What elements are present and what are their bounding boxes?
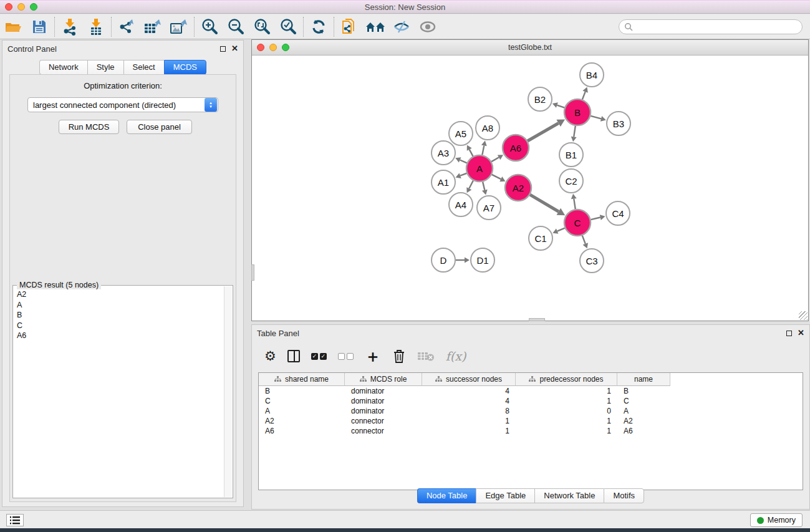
- select-all-icon[interactable]: ✓✓: [311, 353, 327, 360]
- table-cell[interactable]: A6: [259, 427, 345, 435]
- table-row[interactable]: A6connector11A6: [259, 426, 803, 436]
- first-neighbors-button[interactable]: [362, 16, 388, 38]
- zoom-out-button[interactable]: [223, 16, 249, 38]
- node-table[interactable]: shared nameMCDS rolesuccessor nodesprede…: [258, 372, 803, 490]
- mcds-result-list[interactable]: A2ABCA6: [13, 289, 223, 495]
- edge-C-C4[interactable]: [591, 218, 600, 220]
- float-panel-icon[interactable]: [786, 331, 792, 336]
- open-session-button[interactable]: [0, 16, 26, 38]
- table-settings-icon[interactable]: ⚙: [264, 349, 276, 363]
- network-canvas[interactable]: AA1A2A3A4A5A6A7A8BB1B2B3B4CC1C2C3C4DD1: [252, 56, 808, 321]
- export-table-button[interactable]: [140, 16, 166, 38]
- table-cell[interactable]: A: [617, 407, 670, 415]
- add-column-icon[interactable]: ＋: [365, 350, 381, 362]
- table-cell[interactable]: 0: [516, 407, 617, 415]
- table-cell[interactable]: dominator: [345, 407, 422, 415]
- column-header-predecessor-nodes[interactable]: predecessor nodes: [516, 373, 617, 386]
- close-panel-button[interactable]: Close panel: [127, 120, 192, 134]
- result-item[interactable]: A6: [13, 331, 223, 341]
- edge-A2-C[interactable]: [530, 195, 559, 211]
- tab-node-table[interactable]: Node Table: [417, 488, 476, 503]
- edge-A6-B[interactable]: [528, 123, 559, 141]
- minimize-window-icon[interactable]: [17, 3, 25, 11]
- search-input[interactable]: [634, 21, 802, 33]
- splitter-handle[interactable]: [251, 264, 254, 281]
- network-close-icon[interactable]: [257, 44, 264, 51]
- table-cell[interactable]: B: [617, 387, 670, 395]
- tab-network[interactable]: Network: [39, 60, 87, 75]
- edge-A-A3[interactable]: [460, 160, 467, 163]
- refresh-button[interactable]: [306, 16, 332, 38]
- table-cell[interactable]: dominator: [345, 397, 422, 405]
- table-cell[interactable]: B: [259, 387, 345, 395]
- edge-A-A7[interactable]: [483, 181, 485, 190]
- delete-column-trash-icon[interactable]: [392, 349, 406, 364]
- edge-A-A1[interactable]: [460, 173, 466, 176]
- table-row[interactable]: Cdominator41C: [259, 396, 803, 406]
- close-panel-icon[interactable]: ✕: [231, 45, 238, 52]
- table-cell[interactable]: A6: [617, 427, 670, 435]
- zoom-selected-button[interactable]: [275, 16, 301, 38]
- edge-A-A4[interactable]: [469, 181, 473, 189]
- zoom-in-button[interactable]: [196, 16, 223, 38]
- splitter-handle[interactable]: [529, 318, 545, 321]
- edge-B-B2[interactable]: [557, 105, 564, 108]
- column-header-successor-nodes[interactable]: successor nodes: [422, 373, 516, 386]
- run-mcds-button[interactable]: Run MCDS: [59, 120, 119, 134]
- zoom-window-icon[interactable]: [30, 3, 37, 11]
- table-cell[interactable]: 1: [516, 417, 617, 425]
- memory-button[interactable]: Memory: [750, 513, 803, 527]
- table-cell[interactable]: connector: [345, 417, 422, 425]
- edge-C-C1[interactable]: [557, 228, 565, 231]
- result-item[interactable]: A: [13, 300, 223, 311]
- edge-C-C3[interactable]: [582, 236, 586, 244]
- table-cell[interactable]: C: [617, 397, 670, 405]
- edge-A-A2[interactable]: [492, 175, 501, 179]
- table-cell[interactable]: dominator: [345, 387, 422, 395]
- table-cell[interactable]: A2: [259, 417, 345, 425]
- result-scrollbar[interactable]: [224, 286, 232, 497]
- edge-A-A5[interactable]: [470, 150, 473, 157]
- edge-B-B3[interactable]: [591, 116, 601, 119]
- result-item[interactable]: B: [13, 310, 223, 321]
- table-row[interactable]: A2connector11A2: [259, 416, 803, 426]
- criterion-dropdown[interactable]: largest connected component (directed) ▲…: [27, 97, 218, 112]
- export-network-button[interactable]: [113, 16, 140, 38]
- table-cell[interactable]: 1: [422, 417, 516, 425]
- table-cell[interactable]: A2: [617, 417, 670, 425]
- network-minimize-icon[interactable]: [269, 44, 277, 51]
- hide-selected-button[interactable]: [388, 16, 415, 38]
- table-row[interactable]: Adominator80A: [259, 406, 803, 416]
- edge-C-C2[interactable]: [574, 199, 575, 210]
- table-cell[interactable]: 4: [422, 397, 516, 405]
- edge-B-B1[interactable]: [574, 126, 576, 137]
- table-cell[interactable]: 1: [422, 427, 516, 435]
- column-header-name[interactable]: name: [617, 373, 670, 386]
- resize-grip-icon[interactable]: [799, 311, 808, 320]
- result-item[interactable]: C: [13, 321, 223, 331]
- tab-motifs[interactable]: Motifs: [604, 488, 644, 503]
- close-window-icon[interactable]: [5, 3, 12, 11]
- new-network-from-selection-button[interactable]: [336, 16, 362, 38]
- edge-A-A6[interactable]: [491, 157, 499, 162]
- task-history-button[interactable]: [6, 514, 24, 526]
- fit-content-button[interactable]: [249, 16, 275, 38]
- float-panel-icon[interactable]: [220, 46, 226, 52]
- table-row[interactable]: Bdominator41B: [259, 386, 803, 396]
- table-cell[interactable]: 4: [422, 387, 516, 395]
- network-window-titlebar[interactable]: testGlobe.txt: [252, 40, 808, 56]
- table-cell[interactable]: 1: [516, 427, 617, 435]
- column-header-MCDS-role[interactable]: MCDS role: [345, 373, 422, 386]
- export-image-button[interactable]: [166, 16, 192, 38]
- network-zoom-icon[interactable]: [282, 44, 289, 51]
- tab-edge-table[interactable]: Edge Table: [476, 488, 534, 503]
- tab-style[interactable]: Style: [87, 60, 123, 75]
- tab-mcds[interactable]: MCDS: [164, 60, 206, 75]
- edge-A-A8[interactable]: [482, 145, 484, 155]
- tab-network-table[interactable]: Network Table: [534, 488, 604, 503]
- table-cell[interactable]: C: [259, 397, 345, 405]
- deselect-all-icon[interactable]: [338, 353, 354, 360]
- table-cell[interactable]: A: [259, 407, 345, 415]
- import-table-button[interactable]: [83, 16, 109, 38]
- table-cell[interactable]: 8: [422, 407, 516, 415]
